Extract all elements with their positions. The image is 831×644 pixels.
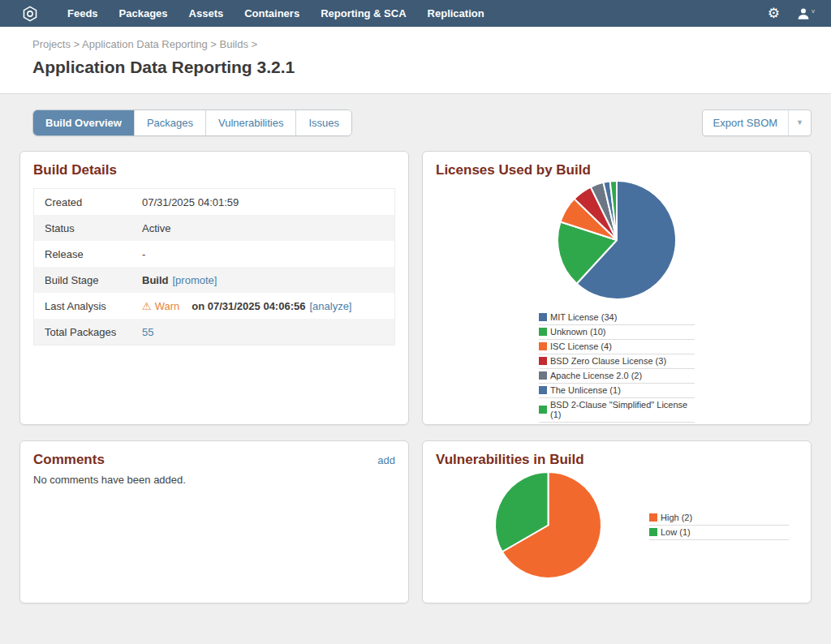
legend-item-unknown[interactable]: Unknown (10) [539, 325, 695, 340]
licenses-legend: MIT License (34)Unknown (10)ISC License … [539, 311, 695, 423]
breadcrumb-link-builds[interactable]: Builds [220, 38, 248, 50]
detail-link-analyze[interactable]: [analyze] [309, 300, 351, 312]
user-icon [796, 6, 811, 21]
nav-item-reporting-sca[interactable]: Reporting & SCA [310, 0, 416, 27]
breadcrumb-link-application-data-reporting[interactable]: Application Data Reporting [82, 38, 208, 50]
comments-card: Comments add No comments have been added… [19, 440, 409, 603]
cards-grid: Build Details Created07/31/2025 04:01:59… [19, 151, 812, 603]
comments-title: Comments [33, 452, 105, 468]
detail-row-total-packages: Total Packages55 [34, 319, 394, 345]
legend-swatch [539, 357, 547, 365]
legend-label: ISC License (4) [550, 341, 612, 351]
tab-row: Build OverviewPackagesVulnerabilitiesIss… [19, 109, 812, 136]
legend-swatch [539, 406, 547, 414]
legend-swatch [649, 513, 657, 522]
legend-label: BSD Zero Clause License (3) [550, 356, 666, 366]
legend-label: The Unlicense (1) [550, 385, 621, 395]
detail-label: Build Stage [34, 268, 142, 293]
legend-item-the-unlicense[interactable]: The Unlicense (1) [539, 384, 695, 398]
legend-item-bsd-zero-clause-license[interactable]: BSD Zero Clause License (3) [539, 354, 695, 369]
legend-label: Low (1) [661, 527, 691, 537]
legend-item-bsd-2-clause-simplified-license[interactable]: BSD 2-Clause "Simplified" License (1) [539, 398, 695, 423]
detail-label: Last Analysis [34, 294, 142, 319]
legend-swatch [539, 342, 547, 350]
legend-item-mit-license[interactable]: MIT License (34) [539, 311, 695, 325]
legend-item-isc-license[interactable]: ISC License (4) [539, 340, 695, 354]
breadcrumb-separator: > [208, 38, 220, 50]
detail-text: Build [142, 274, 169, 286]
detail-link-promote[interactable]: [promote] [173, 274, 217, 286]
tab-build-overview[interactable]: Build Overview [33, 110, 134, 135]
detail-value: ⚠Warnon 07/31/2025 04:06:56[analyze] [142, 294, 357, 319]
nav-right-actions: ⚙ v [768, 6, 815, 21]
page-header: Projects > Application Data Reporting > … [0, 27, 831, 94]
breadcrumb-separator: > [71, 38, 82, 50]
page-title: Application Data Reporting 3.2.1 [32, 58, 799, 77]
vulnerabilities-title: Vulnerabilities in Build [436, 452, 798, 468]
build-details-table: Created07/31/2025 04:01:59StatusActiveRe… [33, 188, 395, 346]
app-logo-icon[interactable] [21, 5, 39, 23]
legend-item-apache-license-2-0[interactable]: Apache License 2.0 (2) [539, 369, 695, 384]
tab-group: Build OverviewPackagesVulnerabilitiesIss… [32, 109, 352, 136]
detail-row-build-stage: Build StageBuild[promote] [34, 267, 394, 293]
legend-swatch [539, 386, 547, 394]
build-details-title: Build Details [33, 162, 395, 178]
nav-item-assets[interactable]: Assets [179, 0, 235, 27]
detail-row-last-analysis: Last Analysis⚠Warnon 07/31/2025 04:06:56… [34, 293, 394, 319]
nav-item-containers[interactable]: Containers [234, 0, 310, 27]
detail-value: - [142, 242, 150, 267]
chevron-down-icon: v [812, 7, 815, 15]
detail-text: 07/31/2025 04:01:59 [142, 196, 239, 208]
detail-label: Total Packages [34, 320, 142, 345]
detail-text: - [142, 248, 145, 260]
gear-icon[interactable]: ⚙ [768, 6, 780, 20]
detail-label: Status [34, 216, 142, 241]
detail-value: 55 [142, 320, 158, 345]
legend-label: High (2) [661, 513, 692, 522]
detail-text: on 07/31/2025 04:06:56 [192, 300, 305, 312]
detail-row-release: Release- [34, 241, 394, 267]
detail-row-status: StatusActive [34, 215, 394, 241]
detail-row-created: Created07/31/2025 04:01:59 [34, 189, 394, 215]
breadcrumb-separator: > [248, 38, 260, 50]
top-navigation-bar: FeedsPackagesAssetsContainersReporting &… [0, 0, 831, 27]
nav-item-replication[interactable]: Replication [417, 0, 495, 27]
detail-value: 07/31/2025 04:01:59 [142, 190, 243, 215]
vulnerabilities-card: Vulnerabilities in Build High (2)Low (1) [422, 440, 812, 603]
detail-value: Build[promote] [142, 268, 222, 293]
nav-item-packages[interactable]: Packages [109, 0, 179, 27]
legend-item-low[interactable]: Low (1) [649, 526, 789, 540]
legend-swatch [539, 371, 547, 380]
export-sbom-button[interactable]: Export SBOM ▼ [702, 109, 812, 136]
detail-text: ⚠Warn [142, 300, 179, 312]
detail-label: Release [34, 242, 142, 267]
legend-label: BSD 2-Clause "Simplified" License (1) [550, 400, 695, 419]
legend-item-high[interactable]: High (2) [649, 511, 789, 526]
nav-item-feeds[interactable]: Feeds [57, 0, 109, 27]
legend-swatch [539, 328, 547, 336]
tab-vulnerabilities[interactable]: Vulnerabilities [205, 110, 295, 135]
export-sbom-label[interactable]: Export SBOM [703, 110, 788, 135]
primary-nav: FeedsPackagesAssetsContainersReporting &… [57, 0, 495, 27]
tab-issues[interactable]: Issues [295, 110, 351, 135]
licenses-title: Licenses Used by Build [436, 162, 798, 178]
legend-swatch [539, 313, 547, 321]
licenses-card: Licenses Used by Build MIT License (34)U… [422, 151, 812, 425]
detail-link-55[interactable]: 55 [142, 326, 153, 338]
legend-swatch [649, 528, 657, 536]
export-dropdown-caret-icon[interactable]: ▼ [788, 110, 811, 135]
vulnerabilities-pie-chart [493, 470, 604, 581]
comments-empty-text: No comments have been added. [33, 474, 395, 486]
breadcrumb: Projects > Application Data Reporting > … [32, 38, 799, 50]
detail-text: Active [142, 222, 170, 234]
tab-packages[interactable]: Packages [134, 110, 205, 135]
legend-label: Apache License 2.0 (2) [550, 371, 642, 380]
legend-label: Unknown (10) [550, 327, 605, 337]
detail-value: Active [142, 216, 175, 241]
add-comment-link[interactable]: add [377, 454, 395, 466]
legend-label: MIT License (34) [550, 312, 617, 322]
breadcrumb-link-projects[interactable]: Projects [32, 38, 71, 50]
user-menu[interactable]: v [796, 6, 815, 21]
main-content: Build OverviewPackagesVulnerabilitiesIss… [0, 109, 831, 603]
licenses-pie-chart [436, 178, 798, 302]
